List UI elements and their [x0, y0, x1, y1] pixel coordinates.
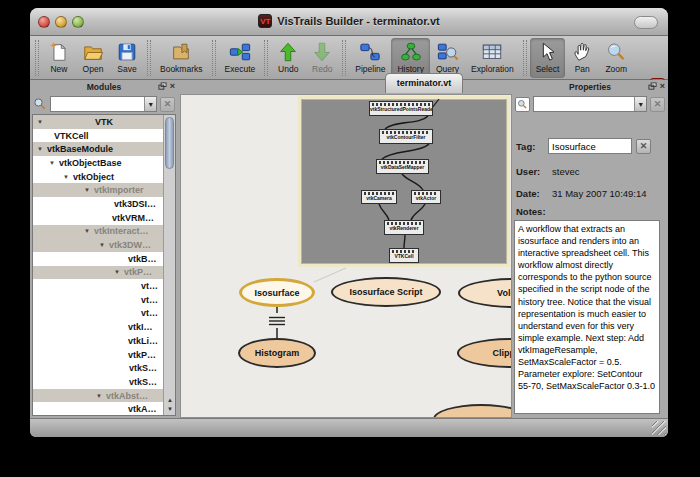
tree-item[interactable]: vtkVRM…: [33, 211, 175, 225]
zoom-magnifier-icon: [605, 41, 627, 63]
clear-search-button[interactable]: ✕: [650, 97, 665, 112]
properties-search-combobox[interactable]: ▾: [533, 96, 647, 112]
pipeline-module[interactable]: vtkCamera: [361, 190, 397, 204]
tag-input[interactable]: [548, 138, 632, 154]
search-icon: [517, 99, 528, 110]
tree-item[interactable]: ▼VTK: [33, 115, 175, 129]
toolbar-separator: [523, 40, 527, 76]
float-panel-icon[interactable]: [158, 82, 167, 91]
pipeline-label: Pipeline: [355, 64, 385, 74]
history-tree-icon: [400, 41, 422, 63]
clear-search-button[interactable]: ✕: [160, 97, 175, 112]
scrollbar-thumb[interactable]: [165, 117, 174, 169]
tree-item[interactable]: vtkS…: [33, 375, 175, 389]
execute-icon: [229, 41, 251, 63]
scroll-up-icon[interactable]: ▲: [164, 396, 176, 405]
version-node-partial[interactable]: [433, 404, 512, 418]
toolbar-separator: [147, 40, 151, 76]
toolbar-toggle-capsule[interactable]: [634, 16, 658, 29]
toolbar-separator: [212, 40, 216, 76]
open-label: Open: [83, 64, 104, 74]
scroll-down-icon[interactable]: ▼: [164, 405, 176, 414]
tree-item[interactable]: vtkP…: [33, 348, 175, 362]
save-button[interactable]: Save: [110, 38, 144, 78]
pan-button[interactable]: Pan: [565, 38, 599, 78]
close-panel-icon[interactable]: ×: [170, 81, 175, 91]
search-button[interactable]: [515, 97, 530, 112]
tree-item[interactable]: ▼vtk3DW…: [33, 238, 175, 252]
tree-item[interactable]: vt…: [33, 279, 175, 293]
tree-item[interactable]: ▼vtkAbst…: [33, 389, 175, 403]
module-search-input[interactable]: [51, 97, 144, 111]
tree-item[interactable]: vtkA…: [33, 402, 175, 416]
tab-terminator[interactable]: terminator.vt: [385, 73, 463, 93]
version-node-clipped[interactable]: Clipped: [457, 338, 512, 368]
date-value: 31 May 2007 10:49:14: [552, 188, 647, 199]
tree-item[interactable]: vtkB…: [33, 252, 175, 266]
pipeline-icon: [359, 41, 381, 63]
pipeline-module[interactable]: VTKCell: [389, 248, 419, 263]
combo-dropdown-icon[interactable]: ▾: [634, 97, 646, 111]
float-panel-icon[interactable]: [648, 82, 657, 91]
user-label: User:: [516, 166, 548, 177]
close-panel-icon[interactable]: ×: [660, 81, 665, 91]
tree-item[interactable]: vtkI…: [33, 320, 175, 334]
zoom-button[interactable]: Zoom: [599, 38, 633, 78]
tree-item[interactable]: vtkS…: [33, 361, 175, 375]
toolbar-handle[interactable]: [35, 40, 39, 76]
title-bar[interactable]: VT VisTrails Builder - terminator.vt: [30, 8, 668, 36]
bookmarks-label: Bookmarks: [160, 64, 203, 74]
version-node-volume[interactable]: Volume: [458, 278, 512, 308]
notes-textarea[interactable]: A workflow that extracts an isosurface a…: [514, 220, 660, 414]
app-icon: VT: [258, 14, 272, 28]
version-tree-canvas[interactable]: vtkStructuredPointsReader vtkContourFilt…: [180, 94, 512, 418]
bookmarks-button[interactable]: Bookmarks: [154, 38, 209, 78]
pipeline-preview[interactable]: vtkStructuredPointsReader vtkContourFilt…: [298, 96, 510, 267]
pipeline-module[interactable]: vtkContourFilter: [379, 129, 433, 144]
select-button[interactable]: Select: [530, 38, 566, 78]
exploration-label: Exploration: [471, 64, 514, 74]
open-button[interactable]: Open: [76, 38, 110, 78]
tree-scrollbar[interactable]: ▲ ▼: [163, 115, 175, 415]
tree-item[interactable]: vtkLi…: [33, 334, 175, 348]
redo-button[interactable]: Redo: [305, 38, 339, 78]
tree-item[interactable]: vtk3DSI…: [33, 197, 175, 211]
save-floppy-icon: [116, 41, 138, 63]
pipeline-module[interactable]: vtkActor: [411, 190, 441, 204]
properties-search-input[interactable]: [534, 97, 634, 111]
tree-item[interactable]: ▼vtkObjectBase: [33, 156, 175, 170]
notes-label: Notes:: [516, 206, 546, 217]
pipeline-button[interactable]: Pipeline: [349, 38, 391, 78]
tree-item[interactable]: VTKCell: [33, 129, 175, 143]
version-node-histogram[interactable]: Histogram: [238, 338, 316, 368]
execute-label: Execute: [225, 64, 256, 74]
combo-dropdown-icon[interactable]: ▾: [144, 97, 156, 111]
select-cursor-icon: [536, 41, 558, 63]
tree-item[interactable]: vt…: [33, 293, 175, 307]
tree-item[interactable]: vt…: [33, 307, 175, 321]
pipeline-module[interactable]: vtkStructuredPointsReader: [369, 101, 433, 116]
version-node-isosurface[interactable]: Isosurface: [239, 278, 315, 307]
execute-button[interactable]: Execute: [219, 38, 262, 78]
tree-item[interactable]: ▼vtkBaseModule: [33, 142, 175, 156]
date-label: Date:: [516, 188, 548, 199]
exploration-button[interactable]: Exploration: [465, 38, 520, 78]
pipeline-module[interactable]: vtkDataSetMapper: [376, 159, 429, 174]
search-icon[interactable]: [33, 97, 47, 111]
tree-item[interactable]: ▼vtkP…: [33, 266, 175, 280]
tree-item[interactable]: ▼vtkImporter: [33, 183, 175, 197]
pan-label: Pan: [575, 64, 590, 74]
resize-grip[interactable]: [652, 421, 666, 435]
query-button[interactable]: Query: [430, 38, 465, 78]
version-node-isosurface-script[interactable]: Isosurface Script: [331, 277, 441, 307]
tree-item[interactable]: ▼vtkObject: [33, 170, 175, 184]
clear-tag-button[interactable]: ✕: [636, 139, 651, 154]
module-search-combobox[interactable]: ▾: [50, 96, 157, 112]
new-button[interactable]: New: [42, 38, 76, 78]
pipeline-module[interactable]: vtkRenderer: [384, 220, 424, 235]
history-button[interactable]: History: [391, 38, 429, 78]
undo-button[interactable]: Undo: [271, 38, 305, 78]
tree-item[interactable]: ▼vtkInteract…: [33, 225, 175, 239]
vistrails-window: VT VisTrails Builder - terminator.vt New…: [30, 8, 668, 437]
main-toolbar: New Open Save Bookmarks Execute: [30, 36, 668, 80]
